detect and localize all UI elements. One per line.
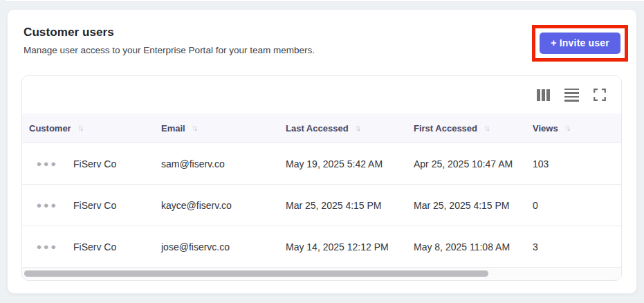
cell-customer: FiServ Co: [68, 158, 156, 169]
row-actions-menu-icon[interactable]: ●●●: [36, 242, 57, 251]
sort-icon[interactable]: ↑↓: [355, 123, 360, 133]
column-header-label: Last Accessed: [286, 123, 349, 134]
cell-last-accessed: Mar 25, 2025 4:15 PM: [280, 200, 408, 211]
card-header: Customer users Manage user access to you…: [8, 10, 636, 75]
horizontal-scrollbar-track[interactable]: [22, 267, 621, 279]
users-table: Customer ↑↓ Email ↑↓ Last Accessed ↑↓ Fi…: [21, 75, 622, 281]
sort-icon[interactable]: ↑↓: [77, 123, 82, 133]
table-row: ●●● FiServ Co jose@fiservc.co May 14, 20…: [22, 226, 621, 267]
cell-views: 3: [527, 241, 621, 252]
column-header-views[interactable]: Views ↑↓: [527, 123, 621, 134]
column-header-label: Email: [161, 123, 185, 134]
column-header-label: Customer: [29, 123, 71, 134]
cell-customer: FiServ Co: [68, 241, 156, 252]
column-header-label: Views: [533, 123, 558, 134]
invite-button-annotation-box: + Invite user: [532, 25, 628, 62]
cell-first-accessed: Mar 25, 2025 4:15 PM: [408, 200, 527, 211]
column-header-customer[interactable]: Customer ↑↓: [22, 123, 156, 134]
sort-icon[interactable]: ↑↓: [564, 123, 569, 133]
fullscreen-icon[interactable]: [594, 89, 606, 101]
cell-views: 0: [527, 200, 621, 211]
cell-first-accessed: May 8, 2025 11:08 AM: [408, 241, 527, 252]
top-edge-element: [6, 0, 644, 2]
cell-email: kayce@fiserv.co: [156, 200, 280, 211]
columns-icon[interactable]: [537, 89, 550, 101]
column-header-email[interactable]: Email ↑↓: [156, 123, 280, 134]
density-icon[interactable]: [564, 89, 579, 102]
table-row: ●●● FiServ Co kayce@fiserv.co Mar 25, 20…: [22, 184, 621, 226]
sort-icon[interactable]: ↑↓: [192, 123, 196, 133]
column-header-first-accessed[interactable]: First Accessed ↑↓: [408, 123, 527, 134]
cell-email: jose@fiservc.co: [156, 241, 280, 252]
cell-email: sam@fiserv.co: [156, 158, 280, 169]
row-actions-menu-icon[interactable]: ●●●: [36, 201, 57, 210]
cell-customer: FiServ Co: [68, 200, 156, 211]
column-header-label: First Accessed: [414, 123, 477, 134]
invite-user-button[interactable]: + Invite user: [540, 33, 620, 54]
cell-last-accessed: May 14, 2025 12:12 PM: [280, 241, 408, 252]
row-actions-menu-icon[interactable]: ●●●: [36, 159, 57, 168]
cell-first-accessed: Apr 25, 2025 10:47 AM: [408, 158, 527, 169]
customer-users-card: Customer users Manage user access to you…: [7, 9, 637, 294]
table-toolbar: [22, 76, 621, 113]
table-row: ●●● FiServ Co sam@fiserv.co May 19, 2025…: [22, 143, 621, 184]
column-header-last-accessed[interactable]: Last Accessed ↑↓: [280, 123, 408, 134]
cell-views: 103: [527, 158, 621, 169]
cell-last-accessed: May 19, 2025 5:42 AM: [280, 158, 408, 169]
table-header-row: Customer ↑↓ Email ↑↓ Last Accessed ↑↓ Fi…: [22, 113, 621, 143]
sort-icon[interactable]: ↑↓: [484, 123, 488, 133]
horizontal-scrollbar-thumb[interactable]: [24, 270, 488, 277]
